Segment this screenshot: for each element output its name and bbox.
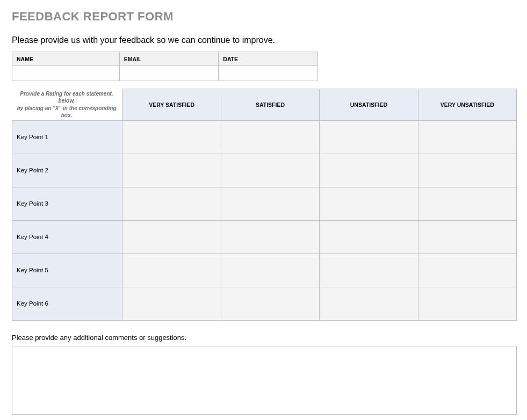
comments-label: Please provide any additional comments o…: [12, 334, 515, 342]
comments-input[interactable]: [12, 346, 517, 415]
page-title: FEEDBACK REPORT FORM: [12, 10, 515, 24]
row-key-point-4: Key Point 4: [12, 220, 122, 254]
rating-cell[interactable]: [320, 254, 418, 287]
rating-cell[interactable]: [418, 187, 516, 220]
rating-cell[interactable]: [418, 220, 516, 254]
col-very-satisfied: VERY SATISFIED: [122, 89, 221, 121]
rating-cell[interactable]: [418, 254, 516, 287]
rating-instructions-line1: Provide a Rating for each statement, bel…: [20, 91, 113, 104]
rating-instructions-line2: by placing an "X" in the corresponding b…: [17, 105, 116, 119]
contact-table: NAME EMAIL DATE: [12, 52, 318, 81]
rating-table: Provide a Rating for each statement, bel…: [12, 89, 517, 321]
row-key-point-3: Key Point 3: [12, 187, 122, 220]
rating-cell[interactable]: [122, 187, 221, 220]
col-unsatisfied: UNSATISFIED: [320, 89, 418, 121]
rating-cell[interactable]: [122, 287, 221, 320]
rating-cell[interactable]: [122, 120, 221, 154]
rating-cell[interactable]: [221, 220, 319, 254]
name-field[interactable]: [12, 66, 120, 81]
contact-header-name: NAME: [12, 52, 120, 66]
rating-cell[interactable]: [122, 220, 221, 254]
rating-cell[interactable]: [320, 154, 418, 187]
rating-cell[interactable]: [221, 154, 319, 187]
row-key-point-6: Key Point 6: [12, 287, 122, 320]
contact-header-date: DATE: [219, 52, 318, 66]
row-key-point-5: Key Point 5: [12, 254, 122, 287]
row-key-point-1: Key Point 1: [12, 120, 122, 154]
rating-cell[interactable]: [221, 187, 319, 220]
rating-cell[interactable]: [221, 254, 319, 287]
col-satisfied: SATISFIED: [221, 89, 319, 121]
rating-instructions: Provide a Rating for each statement, bel…: [12, 89, 122, 121]
date-field[interactable]: [219, 66, 318, 81]
email-field[interactable]: [119, 66, 219, 81]
rating-cell[interactable]: [418, 287, 516, 320]
rating-cell[interactable]: [418, 120, 516, 154]
rating-cell[interactable]: [221, 287, 319, 320]
rating-cell[interactable]: [418, 154, 516, 187]
row-key-point-2: Key Point 2: [12, 154, 122, 187]
rating-cell[interactable]: [122, 154, 221, 187]
rating-cell[interactable]: [320, 287, 418, 320]
contact-header-email: EMAIL: [119, 52, 219, 66]
rating-cell[interactable]: [320, 120, 418, 154]
subtitle: Please provide us with your feedback so …: [12, 35, 515, 45]
rating-cell[interactable]: [320, 220, 418, 254]
rating-cell[interactable]: [122, 254, 221, 287]
rating-cell[interactable]: [221, 120, 319, 154]
rating-cell[interactable]: [320, 187, 418, 220]
col-very-unsatisfied: VERY UNSATISFIED: [418, 89, 516, 121]
